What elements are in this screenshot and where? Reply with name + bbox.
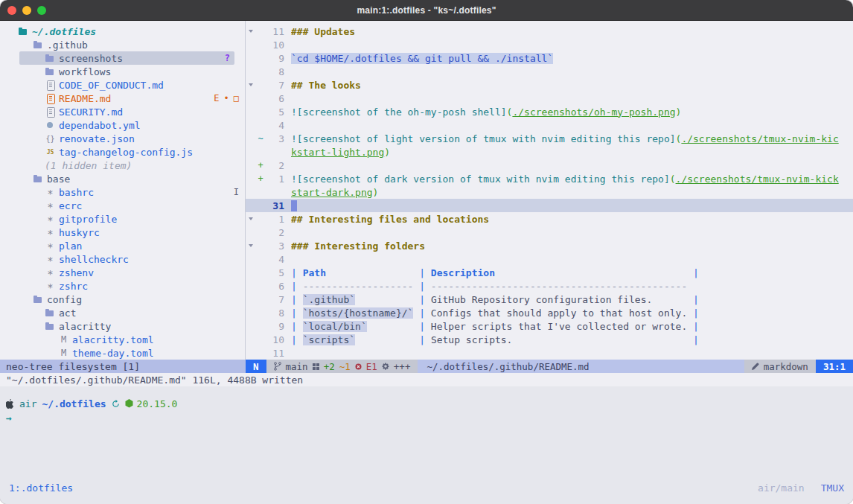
tree-item-alacritty[interactable]: alacritty (0, 319, 245, 333)
terminal-window: main:1:.dotfiles - "ks~/.dotfiles" ~/.do… (0, 0, 853, 504)
editor-line[interactable]: 8 (246, 65, 853, 78)
tree-item-tag-changelog-config.js[interactable]: JStag-changelog-config.js (0, 145, 245, 159)
tree-item-theme-day.toml[interactable]: Mtheme-day.toml (0, 346, 245, 360)
editor-line[interactable]: 8| `hosts/{hostname}/` | Configs that sh… (246, 306, 853, 319)
editor-line[interactable]: start-dark.png) (246, 185, 853, 199)
tree-item-.github[interactable]: .github (0, 38, 245, 51)
status-row: neo-tree filesystem [1] N main +2 ~1 E1 … (0, 360, 853, 373)
shell-input-line[interactable]: → (6, 411, 847, 424)
statusline-left-section: main +2 ~1 E1 +++ (266, 360, 418, 373)
git-branch-label: main (286, 361, 308, 372)
tree-item-config[interactable]: config (0, 293, 245, 306)
editor-line[interactable]: 9`cd $HOME/.dotfiles && git pull && ./in… (246, 51, 853, 65)
tree-item-.dotfiles[interactable]: ~/.dotfiles (0, 25, 245, 38)
tree-item-bashrc[interactable]: *bashrcI (0, 185, 245, 199)
tree-badge: ? (225, 53, 230, 63)
tree-item-zshrc[interactable]: *zshrc (0, 279, 245, 293)
minimize-button[interactable] (22, 6, 31, 15)
editor-line[interactable]: +2 (246, 159, 853, 172)
line-text (291, 200, 853, 211)
editor-line[interactable]: ~3![screenshot of light version of tmux … (246, 132, 853, 145)
editor-line[interactable]: 4 (246, 252, 853, 266)
editor-line[interactable]: 10 (246, 38, 853, 51)
line-number: 1 (265, 173, 284, 185)
editor-line[interactable]: kstart-light.png) (246, 145, 853, 159)
tmux-window-tab[interactable]: 1:.dotfiles (9, 482, 73, 494)
tree-item-code-of-conduct.md[interactable]: CODE_OF_CONDUCT.md (0, 78, 245, 92)
asterisk-icon: * (45, 266, 56, 279)
editor-line[interactable]: 7| `.github` | GitHub Repository configu… (246, 293, 853, 306)
asterisk-icon: * (45, 252, 56, 266)
editor-line[interactable]: 11 (246, 346, 853, 360)
tree-item-huskyrc[interactable]: *huskyrc (0, 226, 245, 239)
tree-item-label: .github (47, 39, 88, 51)
prompt-hostname: air (19, 398, 36, 409)
editor-line[interactable]: +1![screenshot of dark version of tmux w… (246, 172, 853, 185)
tree-item-plan[interactable]: *plan (0, 239, 245, 252)
editor-line[interactable]: 4 (246, 118, 853, 132)
editor-line[interactable]: 11### Updates (246, 25, 853, 38)
editor-line[interactable]: 5| Path | Description | (246, 266, 853, 279)
tree-item-base[interactable]: base (0, 172, 245, 185)
editor-line[interactable]: 7## The looks (246, 78, 853, 92)
line-number: 2 (265, 160, 284, 171)
folder-icon (45, 51, 56, 65)
markdown-document-icon (45, 92, 56, 105)
editor-buffer[interactable]: 11### Updates109`cd $HOME/.dotfiles && g… (246, 21, 853, 360)
editor-line[interactable]: 10| `scripts` | Setup scripts. | (246, 333, 853, 346)
tree-item-dependabot.yml[interactable]: dependabot.yml (0, 118, 245, 132)
line-number: 7 (265, 294, 284, 305)
editor-line[interactable]: 6| ------------------- | ---------------… (246, 279, 853, 293)
fold-chevron-icon (246, 83, 256, 86)
tree-item-label: SECURITY.md (59, 106, 123, 118)
neotree-statusline: neo-tree filesystem [1] (0, 360, 246, 373)
git-branch-icon (274, 362, 281, 371)
tree-item-readme.md[interactable]: README.mdE•□ (0, 92, 245, 105)
filetype-label: markdown (764, 361, 808, 372)
tree-item-ecrc[interactable]: *ecrc (0, 199, 245, 212)
fold-chevron-icon (246, 30, 256, 33)
editor-line[interactable]: 6 (246, 92, 853, 105)
line-text: | Path | Description | (291, 267, 853, 278)
editor-cursor-line[interactable]: 31 (246, 199, 853, 212)
tree-item-act[interactable]: act (0, 306, 245, 319)
node-version-segment: 20.15.0 (125, 398, 178, 409)
line-text: start-dark.png) (291, 187, 853, 198)
tree-item-workflows[interactable]: workflows (0, 65, 245, 78)
zoom-button[interactable] (37, 6, 46, 15)
tree-item-renovate.json[interactable]: {}renovate.json (0, 132, 245, 145)
tree-item-label: dependabot.yml (59, 120, 141, 131)
git-sign-column: + (256, 160, 265, 170)
nvim-main-area: ~/.dotfiles.githubscreenshots?workflowsC… (0, 21, 853, 360)
tree-item-shellcheckrc[interactable]: *shellcheckrc (0, 252, 245, 266)
file-tree[interactable]: ~/.dotfiles.githubscreenshots?workflowsC… (0, 21, 246, 360)
command-line-message: "~/.dotfiles/.github/README.md" 116L, 44… (0, 373, 853, 386)
line-number: 8 (265, 307, 284, 319)
traffic-lights (7, 6, 46, 15)
tree-item-label: (1 hidden item) (45, 160, 132, 171)
node-version: 20.15.0 (137, 398, 178, 409)
line-text: ### Updates (291, 26, 853, 37)
tree-item-zshenv[interactable]: *zshenv (0, 266, 245, 279)
tree-item-alacritty.toml[interactable]: Malacritty.toml (0, 333, 245, 346)
editor-line[interactable]: 1## Interesting files and locations (246, 212, 853, 226)
tree-item-gitprofile[interactable]: *gitprofile (0, 212, 245, 226)
tree-item-screenshots[interactable]: screenshots? (19, 51, 234, 65)
editor-line[interactable]: 2 (246, 226, 853, 239)
diff-modified-count: ~1 (339, 361, 351, 372)
asterisk-icon: * (45, 212, 56, 226)
editor-line[interactable]: 3### Interesting folders (246, 239, 853, 252)
tree-item-label: tag-changelog-config.js (59, 147, 193, 158)
editor-line[interactable]: 9| `local/bin` | Helper scripts that I'v… (246, 319, 853, 333)
tree-item-1-hidden-item[interactable]: (1 hidden item) (0, 159, 245, 172)
close-button[interactable] (7, 6, 16, 15)
window-titlebar[interactable]: main:1:.dotfiles - "ks~/.dotfiles" (0, 0, 853, 21)
cursor-position: 31:1 (816, 360, 853, 373)
line-number: 5 (265, 267, 284, 278)
node-hexagon-icon (125, 399, 133, 408)
line-number: 10 (265, 39, 284, 51)
shell-pane[interactable]: air ~/.dotfiles 20.15.0 → 1:.dotfiles ai… (0, 386, 853, 504)
tree-item-security.md[interactable]: SECURITY.md (0, 105, 245, 118)
editor-line[interactable]: 5![screenshot of the oh-my-posh shell](.… (246, 105, 853, 118)
folder-icon (33, 293, 44, 306)
